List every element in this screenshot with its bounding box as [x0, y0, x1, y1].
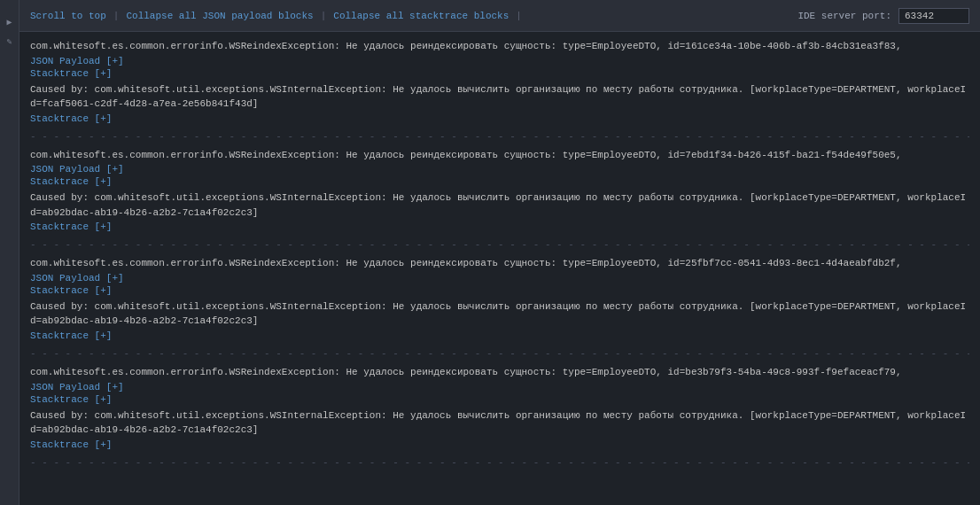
caused-by-line-1: Caused by: com.whitesoft.util.exceptions… — [30, 82, 969, 112]
caused-stacktrace-1: Stacktrace [+] — [30, 113, 969, 124]
separator-line-4: - - - - - - - - - - - - - - - - - - - - … — [30, 457, 969, 469]
caused-by-line-4: Caused by: com.whitesoft.util.exceptions… — [30, 408, 969, 438]
json-payload-link-1[interactable]: JSON Payload [+] — [30, 56, 124, 66]
caused-stacktrace-2: Stacktrace [+] — [30, 221, 969, 232]
ide-port-input[interactable] — [898, 8, 969, 24]
json-payload-3: JSON Payload [+] — [30, 273, 969, 284]
stacktrace-link-4[interactable]: Stacktrace [+] — [30, 394, 112, 405]
side-icon-edit: ✎ — [4, 35, 16, 48]
stacktrace-link-2[interactable]: Stacktrace [+] — [30, 176, 112, 187]
scroll-to-top-link[interactable]: Scroll to top — [30, 11, 106, 21]
caused-stacktrace-3: Stacktrace [+] — [30, 330, 969, 341]
caused-stacktrace-link-2[interactable]: Stacktrace [+] — [30, 221, 112, 232]
error-block-4: com.whitesoft.es.common.errorinfo.WSRein… — [30, 365, 969, 450]
stacktrace-1: Stacktrace [+] — [30, 68, 969, 79]
ide-port-label: IDE server port: — [797, 11, 891, 21]
caused-by-line-3: Caused by: com.whitesoft.util.exceptions… — [30, 299, 969, 329]
error-block-2: com.whitesoft.es.common.errorinfo.WSRein… — [30, 148, 969, 233]
separator-line-3: - - - - - - - - - - - - - - - - - - - - … — [30, 348, 969, 360]
caused-stacktrace-link-4[interactable]: Stacktrace [+] — [30, 439, 112, 450]
json-payload-link-3[interactable]: JSON Payload [+] — [30, 273, 124, 284]
separator-2: | — [321, 11, 327, 21]
json-payload-1: JSON Payload [+] — [30, 56, 969, 66]
collapse-stack-link[interactable]: Collapse all stacktrace blocks — [333, 11, 509, 21]
error-block-3: com.whitesoft.es.common.errorinfo.WSRein… — [30, 256, 969, 341]
json-payload-2: JSON Payload [+] — [30, 164, 969, 175]
separator-1: | — [113, 11, 120, 21]
json-payload-4: JSON Payload [+] — [30, 382, 969, 392]
error-main-line-3: com.whitesoft.es.common.errorinfo.WSRein… — [30, 256, 969, 271]
main-area: Scroll to top | Collapse all JSON payloa… — [19, 0, 980, 505]
stacktrace-2: Stacktrace [+] — [30, 176, 969, 187]
stacktrace-link-3[interactable]: Stacktrace [+] — [30, 285, 112, 296]
error-block-1: com.whitesoft.es.common.errorinfo.WSRein… — [30, 39, 969, 124]
separator-3: | — [516, 11, 522, 21]
json-payload-link-4[interactable]: JSON Payload [+] — [30, 382, 124, 392]
collapse-json-link[interactable]: Collapse all JSON payload blocks — [126, 11, 313, 21]
error-main-line-2: com.whitesoft.es.common.errorinfo.WSRein… — [30, 148, 969, 163]
side-gutter: ▶ ✎ — [0, 0, 19, 505]
json-payload-link-2[interactable]: JSON Payload [+] — [30, 164, 124, 175]
error-main-line-4: com.whitesoft.es.common.errorinfo.WSRein… — [30, 365, 969, 380]
separator-line-2: - - - - - - - - - - - - - - - - - - - - … — [30, 239, 969, 251]
error-log-content: com.whitesoft.es.common.errorinfo.WSRein… — [19, 32, 980, 505]
error-main-line-1: com.whitesoft.es.common.errorinfo.WSRein… — [30, 39, 969, 54]
toolbar: Scroll to top | Collapse all JSON payloa… — [19, 0, 980, 32]
caused-stacktrace-link-3[interactable]: Stacktrace [+] — [30, 330, 112, 341]
side-icon-top: ▶ — [4, 16, 16, 28]
stacktrace-3: Stacktrace [+] — [30, 285, 969, 296]
separator-line-1: - - - - - - - - - - - - - - - - - - - - … — [30, 131, 969, 143]
caused-stacktrace-link-1[interactable]: Stacktrace [+] — [30, 113, 112, 124]
caused-by-line-2: Caused by: com.whitesoft.util.exceptions… — [30, 190, 969, 220]
ide-port-section: IDE server port: — [797, 8, 969, 24]
stacktrace-link-1[interactable]: Stacktrace [+] — [30, 68, 112, 79]
stacktrace-4: Stacktrace [+] — [30, 394, 969, 405]
caused-stacktrace-4: Stacktrace [+] — [30, 439, 969, 450]
